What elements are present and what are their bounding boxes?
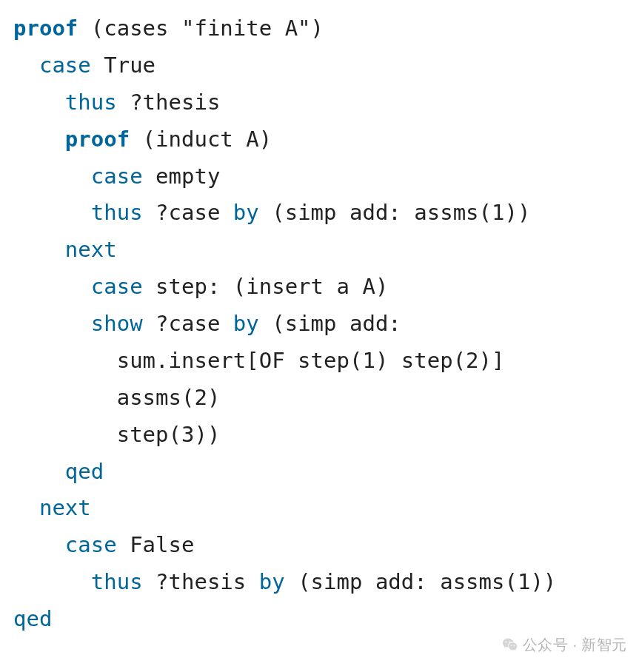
code-line: thus ?thesis — [13, 90, 220, 115]
code-line: step(3)) — [13, 422, 220, 447]
code-line: show ?case by (simp add: — [13, 311, 401, 336]
code-line: proof (cases "finite A") — [13, 16, 324, 41]
code-line: proof (induct A) — [13, 127, 272, 152]
code-keyword: proof — [13, 16, 78, 41]
code-line: qed — [13, 459, 104, 484]
code-text: ?case — [143, 311, 233, 336]
watermark-text: 公众号 · 新智元 — [523, 632, 627, 657]
code-text: (induct A) — [130, 127, 272, 152]
code-keyword: case — [65, 532, 117, 557]
code-text: False — [117, 532, 195, 557]
code-keyword: thus — [91, 200, 143, 225]
code-keyword: next — [65, 237, 117, 262]
code-text: step(3)) — [117, 422, 221, 447]
code-keyword: thus — [65, 90, 117, 115]
code-keyword: by — [233, 311, 259, 336]
code-text: (simp add: assms(1)) — [285, 569, 557, 594]
code-line: case empty — [13, 164, 220, 189]
code-line: sum.insert[OF step(1) step(2)] — [13, 348, 504, 373]
code-text: empty — [143, 164, 221, 189]
code-keyword: proof — [65, 127, 130, 152]
code-text: ?thesis — [143, 569, 259, 594]
code-keyword: qed — [13, 606, 52, 631]
code-text: ?thesis — [117, 90, 221, 115]
code-text: assms(2) — [117, 385, 221, 410]
code-keyword: case — [39, 53, 91, 78]
code-text: sum.insert[OF step(1) step(2)] — [117, 348, 505, 373]
code-line: next — [13, 495, 91, 520]
code-line: assms(2) — [13, 385, 220, 410]
code-line: next — [13, 237, 117, 262]
code-keyword: next — [39, 495, 91, 520]
isabelle-proof-code: proof (cases "finite A") case True thus … — [0, 0, 639, 651]
code-line: qed — [13, 606, 52, 631]
code-text: ?case — [143, 200, 233, 225]
code-line: case True — [13, 53, 155, 78]
code-line: case False — [13, 532, 194, 557]
wechat-icon — [502, 636, 518, 653]
code-text: (simp add: assms(1)) — [259, 200, 531, 225]
code-keyword: case — [91, 164, 143, 189]
code-keyword: show — [91, 311, 143, 336]
code-line: thus ?thesis by (simp add: assms(1)) — [13, 569, 556, 594]
code-text: (cases "finite A") — [78, 16, 324, 41]
code-line: thus ?case by (simp add: assms(1)) — [13, 200, 530, 225]
code-text: (simp add: — [259, 311, 401, 336]
code-text: step: (insert a A) — [143, 274, 389, 299]
code-keyword: by — [233, 200, 259, 225]
code-keyword: by — [259, 569, 285, 594]
code-keyword: qed — [65, 459, 104, 484]
code-keyword: case — [91, 274, 143, 299]
code-text: True — [91, 53, 155, 78]
wechat-watermark: 公众号 · 新智元 — [502, 632, 627, 657]
code-keyword: thus — [91, 569, 143, 594]
code-line: case step: (insert a A) — [13, 274, 388, 299]
